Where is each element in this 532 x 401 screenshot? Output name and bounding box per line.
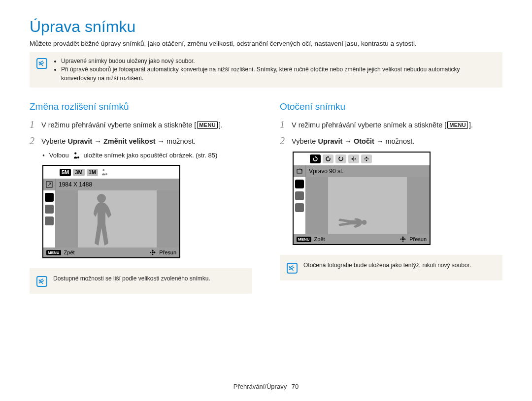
camera-screen-rotate: Vpravo 90 st.: [293, 152, 431, 245]
step-1: 1 V režimu přehrávání vyberte snímek a s…: [30, 119, 252, 130]
menu-key-icon: MENU: [197, 121, 218, 129]
page-number: 70: [292, 383, 299, 390]
rotate-180-icon: [335, 154, 346, 163]
screen-sidebar: [43, 190, 55, 247]
camera-screen-resize: 5M 3M 1M 1984 X 1488: [42, 165, 180, 258]
screen-body: [294, 177, 430, 234]
sidebar-icon: [295, 203, 304, 212]
step-number: 2: [280, 135, 287, 147]
screen-bottom-bar: MENU Zpět Přesun: [43, 247, 179, 257]
top-note-box: Upravené snímky budou uloženy jako nový …: [30, 52, 502, 88]
mp-badge-1m: 1M: [87, 169, 98, 176]
screen-canvas: [55, 190, 179, 247]
svg-point-8: [362, 220, 367, 225]
svg-point-9: [402, 238, 404, 240]
screen-bottom-bar: MENU Zpět Přesun: [294, 234, 430, 244]
blank-option-icon: [296, 154, 308, 163]
human-silhouette-rotated-icon: [338, 193, 367, 234]
step-1: 1 V režimu přehrávání vyberte snímek a s…: [280, 119, 502, 130]
mp-badge-5m: 5M: [60, 169, 71, 176]
screen-sidebar: [294, 177, 305, 234]
step-text: Vyberte Upravit → Otočit → možnost.: [292, 137, 414, 145]
step-number: 1: [280, 119, 287, 130]
screen-top-row: [294, 153, 430, 165]
svg-rect-7: [297, 169, 302, 173]
resolution-text: 1984 X 1488: [55, 179, 179, 190]
mp-badge-3m: 3M: [73, 169, 84, 176]
step-text: V režimu přehrávání vyberte snímek a sti…: [41, 121, 223, 129]
note-item: Při úpravě souborů je fotoaparát automat…: [61, 65, 496, 83]
screen-canvas: [305, 177, 430, 234]
left-column: Změna rozlišení snímků 1 V režimu přehrá…: [30, 101, 252, 294]
startup-image-icon: [73, 152, 80, 159]
step-text: Vyberte Upravit → Změnit velikost → možn…: [41, 137, 196, 145]
top-note-list: Upravené snímky budou uloženy jako nový …: [53, 57, 496, 83]
svg-point-1: [77, 156, 79, 158]
gray-zone: [305, 177, 328, 234]
rotate-right-90-icon: [310, 154, 321, 163]
screen-top-row: 5M 3M 1M: [43, 166, 179, 179]
note-icon: [287, 263, 298, 274]
screen-body: [43, 190, 179, 247]
step-number: 2: [30, 135, 36, 147]
back-label: Zpět: [314, 236, 325, 242]
move-label: Přesun: [409, 236, 427, 242]
menu-label-icon: MENU: [46, 250, 61, 255]
step-2: 2 Vyberte Upravit → Otočit → možnost.: [280, 135, 502, 147]
note-icon: [36, 58, 47, 69]
back-label: Zpět: [64, 249, 75, 255]
screen-info-row: Vpravo 90 st.: [294, 165, 430, 177]
section-heading-resize: Změna rozlišení snímků: [30, 101, 252, 112]
move-label: Přesun: [159, 249, 176, 255]
gray-zone: [157, 190, 179, 247]
step-number: 1: [30, 119, 36, 130]
rotate-mode-icon: [294, 165, 305, 177]
svg-point-0: [74, 152, 76, 154]
page-footer: Přehrávání/Úpravy 70: [0, 383, 532, 390]
note-icon: [36, 276, 47, 287]
gray-zone: [407, 177, 430, 234]
flip-horizontal-icon: [348, 154, 359, 163]
note-item: Upravené snímky budou uloženy jako nový …: [61, 57, 496, 65]
sidebar-icon: [45, 193, 54, 202]
page-title: Úprava snímku: [30, 18, 502, 36]
blank-option-icon: [46, 168, 58, 177]
startup-image-option-icon: [101, 169, 108, 176]
step-text: V režimu přehrávání vyberte snímek a sti…: [292, 121, 473, 129]
svg-point-2: [102, 169, 104, 171]
svg-point-3: [105, 173, 107, 175]
menu-key-icon: MENU: [447, 121, 468, 129]
right-note-box: Otočená fotografie bude uložena jako ten…: [280, 255, 502, 280]
screen-info-row: 1984 X 1488: [43, 179, 179, 190]
section-heading-rotate: Otočení snímku: [280, 101, 502, 112]
sidebar-icon: [45, 205, 54, 214]
manual-page: Úprava snímku Můžete provádět běžné úpra…: [0, 0, 532, 401]
human-silhouette-icon: [87, 192, 116, 247]
right-column: Otočení snímku 1 V režimu přehrávání vyb…: [280, 101, 502, 294]
flip-vertical-icon: [361, 154, 372, 163]
gray-zone: [55, 190, 78, 247]
svg-point-6: [152, 251, 154, 253]
menu-label-icon: MENU: [297, 237, 311, 242]
resize-mode-icon: [43, 179, 55, 190]
nav-icon: [149, 249, 156, 256]
left-note-box: Dostupné možnosti se liší podle velikost…: [30, 268, 252, 294]
note-text: Dostupné možnosti se liší podle velikost…: [53, 275, 210, 282]
sidebar-icon: [45, 216, 54, 225]
columns: Změna rozlišení snímků 1 V režimu přehrá…: [30, 101, 502, 294]
sub-bullet: Volbou uložíte snímek jako spouštěcí obr…: [42, 152, 252, 159]
rotation-text: Vpravo 90 st.: [305, 165, 430, 177]
step-2: 2 Vyberte Upravit → Změnit velikost → mo…: [30, 135, 252, 147]
footer-section: Přehrávání/Úpravy: [233, 383, 287, 390]
svg-point-5: [97, 194, 106, 203]
sidebar-icon: [295, 191, 304, 200]
nav-icon: [399, 236, 406, 243]
intro-text: Můžete provádět běžné úpravy snímků, jak…: [30, 40, 502, 47]
note-text: Otočená fotografie bude uložena jako ten…: [303, 262, 471, 269]
rotate-left-90-icon: [323, 154, 333, 163]
sidebar-icon: [295, 180, 304, 188]
